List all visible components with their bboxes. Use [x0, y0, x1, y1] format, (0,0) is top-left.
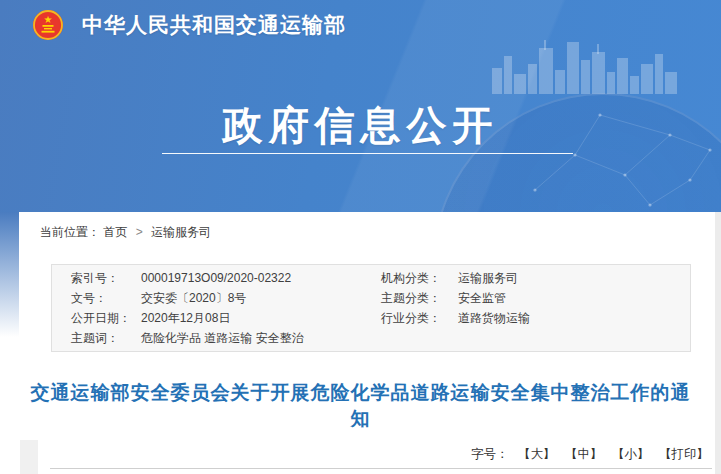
- meta-value-keywords: 危险化学品 道路运输 安全整治: [141, 329, 381, 347]
- meta-label-index-number: 索引号：: [71, 269, 141, 287]
- svg-text:★: ★: [44, 14, 53, 25]
- city-skyline-icon: [492, 36, 682, 94]
- header-banner: ★ 中华人民共和国交通运输部 政府信息公开: [0, 0, 721, 212]
- table-row: 索引号： 000019713O09/2020-02322 机构分类： 运输服务司: [52, 269, 690, 287]
- page: ★ 中华人民共和国交通运输部 政府信息公开 当前位置： 首页 > 运输服务司 索…: [0, 0, 721, 474]
- meta-value-empty: [458, 329, 690, 347]
- table-row: 主题词： 危险化学品 道路运输 安全整治: [52, 329, 690, 347]
- table-row: 公开日期： 2020年12月08日 行业分类： 道路货物运输: [52, 309, 690, 327]
- font-size-large-button[interactable]: 【大】: [518, 447, 556, 461]
- meta-label-topic-category: 主题分类：: [381, 289, 458, 307]
- meta-value-doc-number: 交安委〔2020〕8号: [141, 289, 381, 307]
- meta-value-publish-date: 2020年12月08日: [141, 309, 381, 327]
- meta-label-doc-number: 文号：: [71, 289, 141, 307]
- meta-label-agency-category: 机构分类：: [381, 269, 458, 287]
- bottom-left-block: [20, 440, 38, 474]
- meta-label-keywords: 主题词：: [71, 329, 141, 347]
- font-size-medium-button[interactable]: 【中】: [565, 447, 603, 461]
- breadcrumb-link-department[interactable]: 运输服务司: [151, 225, 211, 239]
- font-size-label: 字号：: [471, 447, 509, 461]
- bottom-divider: [50, 468, 712, 469]
- current-location-label: 当前位置：: [40, 225, 100, 239]
- page-title: 政府信息公开: [0, 98, 721, 153]
- breadcrumb-link-home[interactable]: 首页: [103, 225, 127, 239]
- font-size-small-button[interactable]: 【小】: [612, 447, 650, 461]
- meta-label-industry-category: 行业分类：: [381, 309, 458, 327]
- left-fade-strip: [0, 212, 19, 337]
- right-edge-strip: [715, 212, 721, 474]
- meta-value-agency-category: 运输服务司: [458, 269, 690, 287]
- site-logo[interactable]: ★ 中华人民共和国交通运输部: [32, 9, 346, 41]
- meta-value-industry-category: 道路货物运输: [458, 309, 690, 327]
- breadcrumb-separator: >: [136, 225, 143, 239]
- meta-value-topic-category: 安全监管: [458, 289, 690, 307]
- site-name: 中华人民共和国交通运输部: [82, 11, 346, 39]
- meta-label-publish-date: 公开日期：: [71, 309, 141, 327]
- table-row: 文号： 交安委〔2020〕8号 主题分类： 安全监管: [52, 289, 690, 307]
- breadcrumb: 当前位置： 首页 > 运输服务司: [40, 224, 211, 241]
- font-size-controls: 字号： 【大】 【中】 【小】 【打印】: [471, 446, 709, 463]
- document-meta-table: 索引号： 000019713O09/2020-02322 机构分类： 运输服务司…: [51, 264, 691, 352]
- meta-value-index-number: 000019713O09/2020-02322: [141, 269, 381, 287]
- title-underline: [162, 153, 573, 154]
- national-emblem-icon: ★: [32, 9, 64, 41]
- meta-label-empty: [381, 329, 458, 347]
- print-button[interactable]: 【打印】: [659, 447, 709, 461]
- article-title: 交通运输部安全委员会关于开展危险化学品道路运输安全集中整治工作的通知: [28, 380, 693, 432]
